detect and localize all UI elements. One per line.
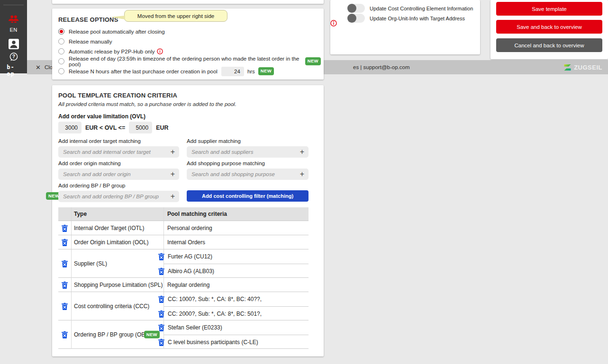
add-icon[interactable]: + xyxy=(171,148,175,156)
row-criteria: Internal Orders xyxy=(163,235,309,249)
info-icon[interactable] xyxy=(330,20,337,28)
language-label: EN xyxy=(9,27,17,33)
profile-button[interactable] xyxy=(9,39,19,49)
criteria-item-label: CC: 1000?, Sub: *, CA: 8*, BC: 40??, xyxy=(168,296,262,302)
sidebar-divider xyxy=(3,5,24,5)
row-type: Ordering BP / BP group (OBP) NEW xyxy=(71,320,163,349)
radio-row-auto-release[interactable]: Release pool automatically after closing xyxy=(58,27,321,36)
support-link[interactable]: es | support@b-op.com xyxy=(353,60,410,74)
delete-icon[interactable] xyxy=(61,224,68,232)
add-icon[interactable]: + xyxy=(171,170,175,178)
criteria-item-label: Stefan Seiler (E0233) xyxy=(168,324,222,331)
header-type: Type xyxy=(71,207,163,221)
radio-button[interactable] xyxy=(58,38,64,44)
add-cost-controlling-filter-button[interactable]: Add cost controlling filter (matching) xyxy=(187,190,309,202)
add-icon[interactable]: + xyxy=(171,193,175,200)
update-settings-panel: Update Cost Controlling Element Informat… xyxy=(330,0,480,54)
language-switcher[interactable]: EN xyxy=(9,27,17,33)
hours-input[interactable] xyxy=(221,67,244,76)
toggle-label: Update Org-Unit-Info with Target Address xyxy=(370,16,465,21)
row-type: Cost controlling criteria (CCC) xyxy=(71,292,163,320)
radio-button[interactable] xyxy=(58,68,64,74)
toggle-switch[interactable] xyxy=(347,14,365,23)
table-row-ool: Order Origin Limitation (OOL) Internal O… xyxy=(58,235,309,249)
hours-unit-label: hrs xyxy=(247,69,255,74)
ovl-row: EUR < OVL <= EUR xyxy=(58,122,169,133)
radio-label: Release end of day (23:59h in timezone o… xyxy=(69,56,302,67)
row-type: Internal Order Target (IOTL) xyxy=(71,221,163,235)
card-above-cutoff xyxy=(52,0,324,4)
bop-logo: b-op xyxy=(7,64,20,77)
new-badge: NEW xyxy=(258,67,274,75)
ovl-max-input[interactable] xyxy=(129,122,152,133)
help-button[interactable]: ? xyxy=(9,52,18,62)
pool-criteria-subtitle: All provided criteria must match, so a p… xyxy=(58,101,236,107)
people-icon xyxy=(8,15,19,23)
add-icon[interactable]: + xyxy=(300,170,304,178)
zugseil-wordmark: ZUGSEIL xyxy=(574,64,602,71)
info-icon[interactable] xyxy=(157,48,163,54)
supplier-search-input[interactable] xyxy=(187,146,309,158)
svg-text:?: ? xyxy=(12,53,15,59)
order-origin-search-input[interactable] xyxy=(58,169,179,180)
ovl-min-input[interactable] xyxy=(58,122,82,133)
radio-label: Release pool automatically after closing xyxy=(69,29,165,35)
criteria-table: Type Pool matching criteria Internal Ord… xyxy=(58,207,309,349)
release-options-panel: RELEASE OPTIONS Moved from the upper rig… xyxy=(52,9,324,80)
ovl-operator-label: EUR < OVL <= xyxy=(85,124,125,131)
radio-button[interactable] xyxy=(58,28,64,35)
field-label: Add internal order target matching xyxy=(58,138,179,144)
pool-criteria-title: POOL TEMPLATE CREATION CRITERIA xyxy=(58,92,177,99)
delete-icon[interactable] xyxy=(61,302,68,310)
add-icon[interactable]: + xyxy=(300,148,304,156)
radio-row-release-n-hours[interactable]: Release N hours after the last purchase … xyxy=(58,66,321,76)
cancel-and-back-button[interactable]: Cancel and back to overview xyxy=(496,38,602,52)
save-template-button[interactable]: Save template xyxy=(496,2,602,16)
radio-row-release-manually[interactable]: Release manually xyxy=(58,36,321,46)
save-and-back-button[interactable]: Save and back to overview xyxy=(496,20,602,34)
ordering-bp-search-input[interactable] xyxy=(58,191,179,202)
field-internal-order-target: Add internal order target matching + xyxy=(58,138,179,158)
criteria-item-label: CC: 2000?, Sub: *, CA: 8*, BC: 501?, xyxy=(168,311,262,317)
header-criteria: Pool matching criteria xyxy=(163,207,309,221)
release-options-title: RELEASE OPTIONS xyxy=(58,16,118,23)
field-label: Add order origin matching xyxy=(58,160,179,166)
row-type: Supplier (SL) xyxy=(71,249,163,278)
shopping-purpose-search-input[interactable] xyxy=(187,169,309,180)
radio-button[interactable] xyxy=(58,58,64,64)
row-type: Shopping Purpose Limitation (SPL) xyxy=(71,278,163,292)
delete-icon[interactable] xyxy=(61,260,68,267)
delete-icon[interactable] xyxy=(61,331,68,338)
delete-icon[interactable] xyxy=(61,281,68,289)
zugseil-z-icon xyxy=(563,64,572,71)
ovl-label: Add order value limitation (OVL) xyxy=(58,113,145,120)
field-order-origin: Add order origin matching + xyxy=(58,160,179,180)
toggle-knob xyxy=(347,14,356,23)
avatar-icon xyxy=(9,39,19,49)
new-badge: NEW xyxy=(144,331,160,338)
release-options-list: Release pool automatically after closing… xyxy=(58,27,321,76)
delete-icon[interactable] xyxy=(61,239,68,246)
radio-label: Release N hours after the last purchase … xyxy=(69,69,218,74)
toggle-row-org-unit-info[interactable]: Update Org-Unit-Info with Target Address xyxy=(347,14,465,23)
actions-panel: Save template Save and back to overview … xyxy=(490,0,608,59)
bop-logo-text: b-op xyxy=(7,64,20,77)
radio-button[interactable] xyxy=(58,48,64,54)
radio-row-p2p-hub-only[interactable]: Automatic release by P2P-Hub only xyxy=(58,46,321,56)
internal-order-target-search-input[interactable] xyxy=(58,146,179,158)
participants-icon[interactable] xyxy=(8,15,19,23)
criteria-item-label: C level business participants (C-LE) xyxy=(168,339,258,346)
toggle-switch[interactable] xyxy=(347,4,365,13)
radio-row-release-end-of-day[interactable]: Release end of day (23:59h in timezone o… xyxy=(58,56,321,66)
row-type-label: Ordering BP / BP group (OBP) xyxy=(74,331,151,338)
field-label: Add supplier matching xyxy=(187,138,309,144)
toggle-row-cost-controlling[interactable]: Update Cost Controlling Element Informat… xyxy=(347,4,473,13)
criteria-item: C level business participants (C-LE) xyxy=(164,335,309,349)
table-row-supplier: Supplier (SL) Furter AG (CU12) Albiro AG… xyxy=(58,249,309,278)
moved-tooltip-text: Moved from the upper right side xyxy=(137,13,214,19)
ovl-unit-label: EUR xyxy=(156,124,168,131)
sidebar: EN ? b-op xyxy=(0,0,27,73)
header-icon-col xyxy=(58,207,71,221)
toggle-label: Update Cost Controlling Element Informat… xyxy=(370,6,473,11)
criteria-item-label: Albiro AG (ALB03) xyxy=(168,268,214,275)
